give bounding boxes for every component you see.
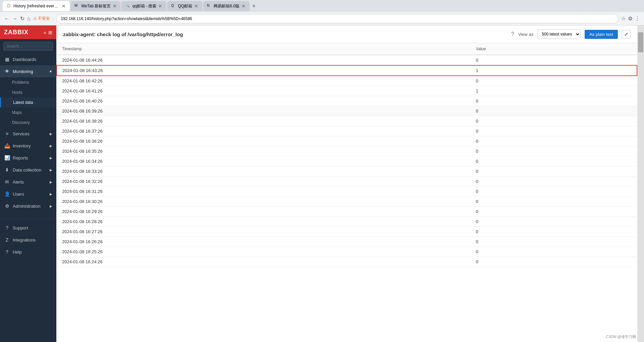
view-select[interactable]: 500 latest values 100 latest values All … (537, 29, 581, 39)
problems-label: Problems (12, 80, 29, 85)
sidebar-item-inventory[interactable]: 📥 Inventory ▶ (0, 140, 56, 152)
monitoring-arrow: ▼ (49, 70, 52, 73)
sidebar-item-support[interactable]: ? Support (0, 222, 56, 234)
new-tab-button[interactable]: + (250, 3, 258, 10)
tab-close-qq-search[interactable]: ✕ (158, 3, 162, 9)
cell-timestamp: 2024-01-08 16:43:26 (57, 65, 471, 76)
extensions-btn[interactable]: ⚙ (628, 15, 633, 22)
users-arrow: ▶ (50, 192, 52, 196)
fullscreen-button[interactable]: ⊞ (48, 30, 52, 35)
cell-value: 0 (471, 156, 637, 166)
cell-timestamp: 2024-01-08 16:27:26 (57, 227, 471, 237)
sidebar-item-hosts[interactable]: Hosts (0, 87, 56, 97)
tab-close-wetab[interactable]: ✕ (113, 3, 117, 9)
cell-timestamp: 2024-01-08 16:35:26 (57, 146, 471, 156)
reload-button[interactable]: ↻ (20, 15, 24, 22)
users-icon: 👤 (4, 191, 10, 197)
table-row: 2024-01-08 16:28:260 (57, 217, 637, 227)
address-input[interactable] (56, 14, 619, 23)
cell-timestamp: 2024-01-08 16:41:26 (57, 86, 471, 96)
cell-timestamp: 2024-01-08 16:37:26 (57, 126, 471, 136)
scrollbar-thumb[interactable] (638, 32, 643, 52)
forward-button[interactable]: → (12, 16, 17, 22)
bottom-nav: ? Support Z Integrations ? Help (0, 219, 56, 258)
scrollbar-track[interactable] (637, 25, 644, 342)
tab-close-active[interactable]: ✕ (62, 3, 66, 9)
sidebar-item-alerts[interactable]: ✉ Alerts ▶ (0, 176, 56, 188)
table-row: 2024-01-08 16:35:260 (57, 146, 637, 156)
sidebar-item-latest-data[interactable]: Latest data (0, 97, 56, 108)
sidebar-item-discovery[interactable]: Discovery (0, 118, 56, 128)
cell-value: 0 (471, 96, 637, 106)
monitoring-icon: 👁 (4, 69, 10, 74)
cell-timestamp: 2024-01-08 16:32:26 (57, 177, 471, 187)
sidebar-logo: ZABBIX « ⊞ (0, 25, 56, 39)
tab-qq-search[interactable]: 🔍 qq邮箱 - 搜索 ✕ (121, 1, 166, 11)
cell-value: 0 (471, 257, 637, 267)
sidebar-item-services[interactable]: ≡ Services ▶ (0, 128, 56, 140)
menu-btn[interactable]: ⋮ (635, 15, 640, 22)
tab-qq-mail[interactable]: Q QQ邮箱 ✕ (167, 1, 202, 11)
page-header: zabbix-agent: check log of /var/log/http… (56, 25, 637, 43)
cell-value: 0 (471, 227, 637, 237)
administration-label: Administration (13, 204, 47, 209)
tab-favicon-netease: N (207, 4, 212, 8)
cell-value: 0 (471, 106, 637, 116)
separator: | (53, 16, 54, 21)
users-label: Users (13, 192, 47, 197)
latest-data-label: Latest data (13, 100, 33, 105)
sidebar-item-help[interactable]: ? Help (0, 246, 56, 258)
sidebar-item-administration[interactable]: ⚙ Administration ▶ (0, 200, 56, 212)
table-row: 2024-01-08 16:30:260 (57, 197, 637, 207)
sidebar-item-monitoring[interactable]: 👁 Monitoring ▼ (0, 65, 56, 77)
sidebar-item-users[interactable]: 👤 Users ▶ (0, 188, 56, 200)
sidebar-item-dashboards[interactable]: ▦ Dashboards (0, 53, 56, 65)
inventory-label: Inventory (13, 143, 47, 148)
tab-netease[interactable]: N 网易邮箱6.0版 ✕ (203, 1, 250, 11)
cell-value: 1 (471, 86, 637, 96)
tab-label-active: History [refreshed every 30 sec.] (13, 4, 60, 8)
table-row: 2024-01-08 16:34:260 (57, 156, 637, 166)
tab-wetab[interactable]: W WeTab 新标签页 ✕ (70, 1, 121, 11)
watermark: CSDN @读学习啊 (606, 334, 636, 339)
logo-actions: « ⊞ (44, 30, 52, 35)
sidebar-item-reports[interactable]: 📊 Reports ▶ (0, 152, 56, 164)
inventory-arrow: ▶ (50, 144, 52, 148)
tab-close-qq-mail[interactable]: ✕ (194, 3, 198, 9)
bookmark-btn[interactable]: ☆ (621, 15, 626, 22)
tab-close-netease[interactable]: ✕ (241, 3, 246, 9)
table-row: 2024-01-08 16:26:260 (57, 237, 637, 247)
help-button[interactable]: ? (511, 31, 514, 37)
cell-value: 0 (471, 197, 637, 207)
sidebar: ZABBIX « ⊞ ▦ Dashboards 👁 Monitoring ▼ (0, 25, 56, 342)
browser-actions: ☆ ⚙ ⋮ (621, 15, 640, 22)
reports-icon: 📊 (4, 155, 10, 160)
plain-text-button[interactable]: As plain text (585, 30, 618, 39)
sidebar-item-integrations[interactable]: Z Integrations (0, 234, 56, 246)
cell-timestamp: 2024-01-08 16:44:26 (57, 55, 471, 65)
sidebar-item-maps[interactable]: Maps (0, 108, 56, 118)
cell-timestamp: 2024-01-08 16:25:26 (57, 247, 471, 257)
support-icon: ? (4, 225, 10, 230)
cell-value: 0 (471, 177, 637, 187)
tab-active[interactable]: 📋 History [refreshed every 30 sec.] ✕ (3, 1, 70, 11)
table-row: 2024-01-08 16:36:260 (57, 136, 637, 146)
table-row: 2024-01-08 16:31:260 (57, 187, 637, 197)
sidebar-item-data-collection[interactable]: ⬇ Data collection ▶ (0, 164, 56, 176)
integrations-label: Integrations (13, 237, 52, 243)
history-table: Timestamp Value 2024-01-08 16:44:2602024… (56, 43, 637, 267)
tab-favicon-qq-mail: Q (171, 4, 176, 8)
sidebar-search-input[interactable] (3, 42, 53, 51)
table-row: 2024-01-08 16:41:261 (57, 86, 637, 96)
address-bar: ← → ↻ ⌂ ⚠ 不安全 | ☆ ⚙ ⋮ (0, 12, 644, 25)
expand-button[interactable]: ⤢ (622, 30, 631, 39)
security-warning: ⚠ 不安全 (33, 16, 50, 21)
tab-label-qq-search: qq邮箱 - 搜索 (132, 3, 156, 9)
cell-timestamp: 2024-01-08 16:38:26 (57, 116, 471, 126)
back-button[interactable]: ← (4, 16, 9, 22)
cell-value: 0 (471, 136, 637, 146)
home-button[interactable]: ⌂ (27, 16, 31, 22)
collapse-sidebar-button[interactable]: « (44, 30, 46, 35)
sidebar-item-problems[interactable]: Problems (0, 77, 56, 87)
cell-timestamp: 2024-01-08 16:39:26 (57, 106, 471, 116)
